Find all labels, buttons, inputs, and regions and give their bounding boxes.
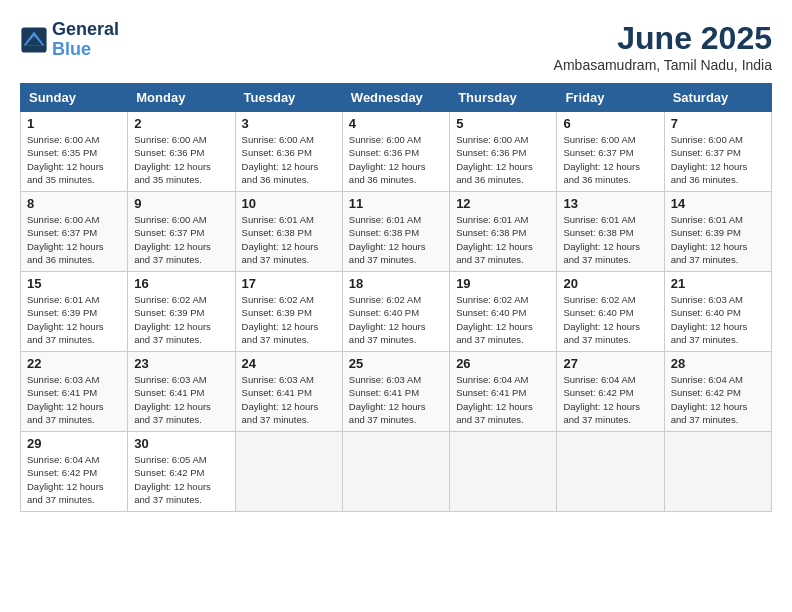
day-number: 2 — [134, 116, 228, 131]
calendar-cell: 6Sunrise: 6:00 AM Sunset: 6:37 PM Daylig… — [557, 112, 664, 192]
calendar-cell: 17Sunrise: 6:02 AM Sunset: 6:39 PM Dayli… — [235, 272, 342, 352]
day-number: 27 — [563, 356, 657, 371]
day-info: Sunrise: 6:00 AM Sunset: 6:36 PM Dayligh… — [349, 133, 443, 186]
page-header: General Blue June 2025 Ambasamudram, Tam… — [20, 20, 772, 73]
calendar-cell: 3Sunrise: 6:00 AM Sunset: 6:36 PM Daylig… — [235, 112, 342, 192]
calendar-cell — [664, 432, 771, 512]
day-number: 20 — [563, 276, 657, 291]
calendar-cell: 28Sunrise: 6:04 AM Sunset: 6:42 PM Dayli… — [664, 352, 771, 432]
day-number: 9 — [134, 196, 228, 211]
day-number: 3 — [242, 116, 336, 131]
calendar-cell: 20Sunrise: 6:02 AM Sunset: 6:40 PM Dayli… — [557, 272, 664, 352]
calendar-cell: 5Sunrise: 6:00 AM Sunset: 6:36 PM Daylig… — [450, 112, 557, 192]
day-info: Sunrise: 6:03 AM Sunset: 6:40 PM Dayligh… — [671, 293, 765, 346]
day-number: 19 — [456, 276, 550, 291]
day-info: Sunrise: 6:01 AM Sunset: 6:39 PM Dayligh… — [27, 293, 121, 346]
day-number: 29 — [27, 436, 121, 451]
calendar-cell: 29Sunrise: 6:04 AM Sunset: 6:42 PM Dayli… — [21, 432, 128, 512]
day-info: Sunrise: 6:03 AM Sunset: 6:41 PM Dayligh… — [242, 373, 336, 426]
day-number: 30 — [134, 436, 228, 451]
day-info: Sunrise: 6:03 AM Sunset: 6:41 PM Dayligh… — [349, 373, 443, 426]
calendar-week-4: 22Sunrise: 6:03 AM Sunset: 6:41 PM Dayli… — [21, 352, 772, 432]
calendar-cell: 15Sunrise: 6:01 AM Sunset: 6:39 PM Dayli… — [21, 272, 128, 352]
calendar-cell: 25Sunrise: 6:03 AM Sunset: 6:41 PM Dayli… — [342, 352, 449, 432]
calendar-cell: 10Sunrise: 6:01 AM Sunset: 6:38 PM Dayli… — [235, 192, 342, 272]
day-info: Sunrise: 6:00 AM Sunset: 6:37 PM Dayligh… — [671, 133, 765, 186]
day-info: Sunrise: 6:02 AM Sunset: 6:40 PM Dayligh… — [456, 293, 550, 346]
day-info: Sunrise: 6:00 AM Sunset: 6:36 PM Dayligh… — [134, 133, 228, 186]
calendar-cell — [342, 432, 449, 512]
calendar-cell: 9Sunrise: 6:00 AM Sunset: 6:37 PM Daylig… — [128, 192, 235, 272]
day-number: 10 — [242, 196, 336, 211]
calendar-cell — [557, 432, 664, 512]
day-info: Sunrise: 6:04 AM Sunset: 6:42 PM Dayligh… — [671, 373, 765, 426]
day-info: Sunrise: 6:01 AM Sunset: 6:38 PM Dayligh… — [242, 213, 336, 266]
title-block: June 2025 Ambasamudram, Tamil Nadu, Indi… — [554, 20, 772, 73]
col-saturday: Saturday — [664, 84, 771, 112]
calendar-week-1: 1Sunrise: 6:00 AM Sunset: 6:35 PM Daylig… — [21, 112, 772, 192]
calendar-cell: 16Sunrise: 6:02 AM Sunset: 6:39 PM Dayli… — [128, 272, 235, 352]
day-info: Sunrise: 6:00 AM Sunset: 6:36 PM Dayligh… — [242, 133, 336, 186]
col-thursday: Thursday — [450, 84, 557, 112]
day-number: 21 — [671, 276, 765, 291]
calendar-cell: 7Sunrise: 6:00 AM Sunset: 6:37 PM Daylig… — [664, 112, 771, 192]
day-number: 18 — [349, 276, 443, 291]
day-number: 25 — [349, 356, 443, 371]
calendar-week-2: 8Sunrise: 6:00 AM Sunset: 6:37 PM Daylig… — [21, 192, 772, 272]
day-info: Sunrise: 6:05 AM Sunset: 6:42 PM Dayligh… — [134, 453, 228, 506]
calendar-cell: 2Sunrise: 6:00 AM Sunset: 6:36 PM Daylig… — [128, 112, 235, 192]
calendar-cell: 8Sunrise: 6:00 AM Sunset: 6:37 PM Daylig… — [21, 192, 128, 272]
calendar-cell: 21Sunrise: 6:03 AM Sunset: 6:40 PM Dayli… — [664, 272, 771, 352]
day-info: Sunrise: 6:01 AM Sunset: 6:39 PM Dayligh… — [671, 213, 765, 266]
calendar-cell — [235, 432, 342, 512]
day-info: Sunrise: 6:00 AM Sunset: 6:37 PM Dayligh… — [134, 213, 228, 266]
calendar-cell — [450, 432, 557, 512]
day-info: Sunrise: 6:04 AM Sunset: 6:42 PM Dayligh… — [27, 453, 121, 506]
calendar-cell: 13Sunrise: 6:01 AM Sunset: 6:38 PM Dayli… — [557, 192, 664, 272]
header-row: Sunday Monday Tuesday Wednesday Thursday… — [21, 84, 772, 112]
day-number: 23 — [134, 356, 228, 371]
day-info: Sunrise: 6:00 AM Sunset: 6:37 PM Dayligh… — [27, 213, 121, 266]
day-info: Sunrise: 6:01 AM Sunset: 6:38 PM Dayligh… — [563, 213, 657, 266]
calendar-cell: 27Sunrise: 6:04 AM Sunset: 6:42 PM Dayli… — [557, 352, 664, 432]
col-wednesday: Wednesday — [342, 84, 449, 112]
day-info: Sunrise: 6:01 AM Sunset: 6:38 PM Dayligh… — [349, 213, 443, 266]
day-info: Sunrise: 6:01 AM Sunset: 6:38 PM Dayligh… — [456, 213, 550, 266]
calendar-cell: 1Sunrise: 6:00 AM Sunset: 6:35 PM Daylig… — [21, 112, 128, 192]
col-friday: Friday — [557, 84, 664, 112]
day-number: 24 — [242, 356, 336, 371]
day-info: Sunrise: 6:02 AM Sunset: 6:40 PM Dayligh… — [563, 293, 657, 346]
day-number: 28 — [671, 356, 765, 371]
day-info: Sunrise: 6:03 AM Sunset: 6:41 PM Dayligh… — [27, 373, 121, 426]
logo-line1: General — [52, 20, 119, 40]
day-info: Sunrise: 6:04 AM Sunset: 6:41 PM Dayligh… — [456, 373, 550, 426]
calendar-cell: 23Sunrise: 6:03 AM Sunset: 6:41 PM Dayli… — [128, 352, 235, 432]
day-number: 6 — [563, 116, 657, 131]
logo-icon — [20, 26, 48, 54]
day-info: Sunrise: 6:00 AM Sunset: 6:36 PM Dayligh… — [456, 133, 550, 186]
calendar-cell: 22Sunrise: 6:03 AM Sunset: 6:41 PM Dayli… — [21, 352, 128, 432]
calendar-cell: 30Sunrise: 6:05 AM Sunset: 6:42 PM Dayli… — [128, 432, 235, 512]
day-number: 17 — [242, 276, 336, 291]
day-info: Sunrise: 6:02 AM Sunset: 6:40 PM Dayligh… — [349, 293, 443, 346]
day-info: Sunrise: 6:03 AM Sunset: 6:41 PM Dayligh… — [134, 373, 228, 426]
day-number: 22 — [27, 356, 121, 371]
location: Ambasamudram, Tamil Nadu, India — [554, 57, 772, 73]
calendar-table: Sunday Monday Tuesday Wednesday Thursday… — [20, 83, 772, 512]
day-number: 15 — [27, 276, 121, 291]
day-number: 14 — [671, 196, 765, 211]
calendar-week-5: 29Sunrise: 6:04 AM Sunset: 6:42 PM Dayli… — [21, 432, 772, 512]
calendar-cell: 24Sunrise: 6:03 AM Sunset: 6:41 PM Dayli… — [235, 352, 342, 432]
month-title: June 2025 — [554, 20, 772, 57]
day-info: Sunrise: 6:02 AM Sunset: 6:39 PM Dayligh… — [134, 293, 228, 346]
col-sunday: Sunday — [21, 84, 128, 112]
day-number: 8 — [27, 196, 121, 211]
day-number: 26 — [456, 356, 550, 371]
day-number: 7 — [671, 116, 765, 131]
calendar-cell: 26Sunrise: 6:04 AM Sunset: 6:41 PM Dayli… — [450, 352, 557, 432]
day-number: 11 — [349, 196, 443, 211]
day-info: Sunrise: 6:00 AM Sunset: 6:35 PM Dayligh… — [27, 133, 121, 186]
col-monday: Monday — [128, 84, 235, 112]
day-number: 12 — [456, 196, 550, 211]
day-number: 4 — [349, 116, 443, 131]
